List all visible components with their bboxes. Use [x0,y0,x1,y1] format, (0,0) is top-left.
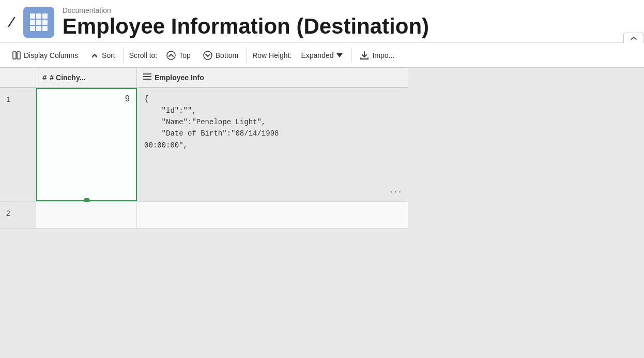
expanded-label: Expanded [301,51,333,59]
svg-rect-7 [36,26,41,31]
scroll-top-button[interactable]: Top [160,48,197,63]
collapse-toolbar-button[interactable] [623,33,644,43]
row-num-1: 1 [0,88,36,201]
svg-rect-3 [30,20,35,25]
cinchy-value-1: 9 [125,94,130,103]
row-num-2: 2 [0,202,36,228]
row-height-label: Row Height: [249,51,295,59]
page-title: Employee Information (Destination) [63,14,429,38]
svg-marker-13 [336,53,343,57]
employee-info-col-label: Employee Info [155,73,204,82]
scroll-bottom-button[interactable]: Bottom [197,48,244,63]
breadcrumb: Documentation [63,6,429,14]
svg-rect-8 [42,26,48,31]
cell-cinchy-1[interactable]: 9 [36,88,137,201]
svg-rect-10 [17,52,20,59]
cell-cinchy-2[interactable] [36,202,137,228]
row-height-expanded-button[interactable]: Expanded [295,48,349,63]
top-label: Top [179,51,191,59]
list-icon [143,73,151,82]
import-label: Impo... [372,51,394,59]
col-header-cinchy: # # Cinchy... [36,68,137,87]
cell-employee-info-1[interactable]: { "Id":"", "Name":"Penelope Light", "Dat… [137,88,408,201]
back-arrow-icon[interactable]: ∕ [10,15,13,29]
dropdown-arrow-icon [336,53,343,57]
svg-point-11 [167,51,175,59]
employee-json-content: { "Id":"", "Name":"Penelope Light", "Dat… [144,95,279,150]
import-icon [360,51,369,60]
bottom-label: Bottom [216,51,238,59]
svg-rect-4 [36,20,41,25]
data-table: # # Cinchy... Employee Info 1 9 { [0,68,408,229]
table-icon [23,7,54,38]
header: ∕ Documentation Employee Information (De… [0,0,644,43]
scroll-to-label: Scroll to: [126,51,160,59]
cell-overflow-indicator: ... [389,185,402,196]
divider-1 [124,48,124,63]
display-columns-button[interactable]: Display Columns [6,48,84,63]
svg-rect-0 [30,13,35,19]
cell-employee-info-2[interactable] [137,202,408,228]
svg-rect-9 [13,52,16,59]
sort-label: Sort [102,51,115,59]
svg-rect-5 [42,20,48,25]
scroll-bottom-icon [203,51,212,60]
svg-rect-6 [30,26,35,31]
table-row: 1 9 { "Id":"", "Name":"Penelope Light", … [0,88,408,202]
title-section: Documentation Employee Information (Dest… [63,6,429,38]
col-header-row-num [0,68,36,87]
sort-button[interactable]: Sort [84,48,121,63]
col-header-employee-info: Employee Info [137,68,408,87]
svg-point-12 [204,51,212,59]
table-row: 2 [0,202,408,229]
svg-rect-1 [36,13,41,19]
display-columns-label: Display Columns [24,51,78,59]
scroll-top-icon [166,51,176,60]
cinchy-col-label: # Cinchy... [50,73,85,82]
toolbar: Display Columns Sort Scroll to: Top Bott… [0,43,644,68]
sort-icon [90,51,99,59]
columns-icon [12,51,21,59]
svg-rect-2 [42,13,48,19]
divider-2 [247,48,247,63]
hash-icon: # [42,73,47,82]
table-header: # # Cinchy... Employee Info [0,68,408,88]
divider-3 [351,48,351,63]
import-button[interactable]: Impo... [354,48,401,63]
